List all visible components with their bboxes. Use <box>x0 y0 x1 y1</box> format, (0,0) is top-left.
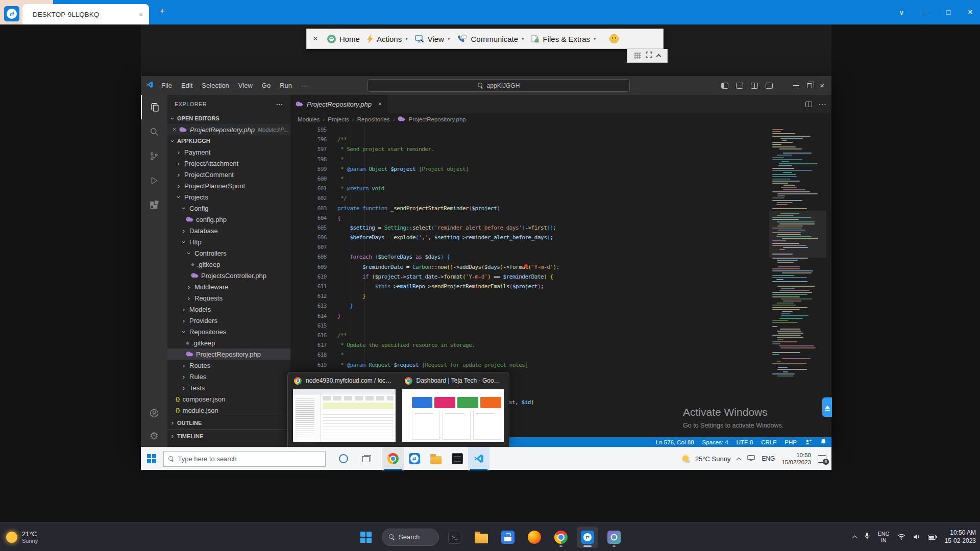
tree-item-tests[interactable]: ›Tests <box>167 382 290 393</box>
workspace-section[interactable]: › APPKIJGGH <box>167 135 290 146</box>
editor-more-icon[interactable]: ⋯ <box>818 99 826 109</box>
split-editor-icon[interactable] <box>805 102 812 107</box>
menu-edit[interactable]: Edit <box>177 76 197 95</box>
preview-thumbnail-dashboard[interactable] <box>401 389 505 442</box>
tree-item-projects[interactable]: ›Projects <box>167 191 290 203</box>
remote-taskbar-chrome-icon[interactable] <box>382 447 404 470</box>
toggle-secondary-sidebar-icon[interactable] <box>751 83 758 89</box>
remote-network-icon[interactable] <box>747 454 755 463</box>
tab-projectrepository[interactable]: ProjectRepository.php × <box>290 95 387 113</box>
new-session-button[interactable]: + <box>159 6 165 17</box>
remote-taskbar-darkapp-icon[interactable] <box>447 447 468 470</box>
status-item[interactable]: PHP <box>785 439 797 445</box>
host-taskbar-screenshot-icon[interactable] <box>603 527 625 548</box>
settings-gear-icon[interactable]: ⚙ <box>141 424 167 447</box>
toggle-panel-icon[interactable] <box>736 83 743 89</box>
cortana-icon[interactable] <box>339 454 348 463</box>
menu-[interactable]: ··· <box>297 76 312 95</box>
vscode-restore-icon[interactable] <box>807 83 812 88</box>
host-taskbar-teamviewer-icon[interactable]: ⇄ <box>577 527 598 548</box>
tree-item-middleware[interactable]: ›Middleware <box>167 281 290 292</box>
host-start-button[interactable] <box>355 527 377 548</box>
vscode-command-search[interactable]: appKIJGGH <box>368 79 630 92</box>
remote-clock[interactable]: 10:50 15/02/2023 <box>781 452 811 466</box>
close-session-icon[interactable]: × <box>313 34 318 44</box>
app-grid-icon[interactable] <box>634 53 641 59</box>
vscode-close-icon[interactable]: × <box>820 81 824 90</box>
tree-item-gitkeep[interactable]: ◆.gitkeep <box>167 337 290 348</box>
microphone-icon[interactable] <box>864 532 870 542</box>
search-view-icon[interactable] <box>141 119 167 144</box>
remote-indicator-icon[interactable] <box>805 439 812 446</box>
tree-item-projectrepositoryphp[interactable]: ProjectRepository.php <box>167 348 290 360</box>
host-taskbar-chrome-icon[interactable] <box>550 527 572 548</box>
wifi-icon[interactable] <box>897 533 905 542</box>
tree-item-rules[interactable]: ›Rules <box>167 371 290 382</box>
window-menu-icon[interactable]: ∨ <box>899 8 904 16</box>
run-debug-icon[interactable] <box>141 168 167 193</box>
window-maximize-icon[interactable]: □ <box>946 8 950 16</box>
source-control-icon[interactable] <box>141 144 167 168</box>
breadcrumb-item[interactable]: Modules <box>298 116 320 122</box>
host-language-indicator[interactable]: ENG IN <box>878 531 890 543</box>
tree-item-database[interactable]: ›Database <box>167 225 290 236</box>
preview-thumbnail-files[interactable] <box>292 389 396 442</box>
remote-taskbar-explorer-icon[interactable] <box>425 447 447 470</box>
menu-view[interactable]: View <box>234 76 257 95</box>
open-editor-item[interactable]: × ProjectRepository.php Modules\P... <box>167 124 290 135</box>
status-item[interactable]: Spaces: 4 <box>702 439 728 445</box>
toolbar-home-button[interactable]: Home <box>327 35 360 43</box>
session-tab-close-icon[interactable]: × <box>139 11 143 18</box>
remote-tray-chevron-icon[interactable] <box>737 457 742 462</box>
breadcrumb-item[interactable]: Repositories <box>357 116 390 122</box>
host-clock[interactable]: 10:50 AM 15-02-2023 <box>945 529 976 545</box>
tree-item-projectattachment[interactable]: ›ProjectAttachment <box>167 158 290 169</box>
teamviewer-panel-handle[interactable] <box>822 397 832 417</box>
timeline-section[interactable]: › TIMELINE <box>167 429 290 442</box>
toggle-sidebar-icon[interactable] <box>721 83 728 89</box>
outline-section[interactable]: › OUTLINE <box>167 416 290 429</box>
toolbar-actions-button[interactable]: Actions▾ <box>367 35 408 43</box>
tree-item-http[interactable]: ›Http <box>167 236 290 247</box>
remote-language-indicator[interactable]: ENG <box>762 455 775 462</box>
remote-start-button[interactable] <box>147 454 156 463</box>
host-taskbar-firefox-icon[interactable] <box>524 527 545 548</box>
menu-run[interactable]: Run <box>275 76 297 95</box>
tree-item-composerjson[interactable]: {}composer.json <box>167 393 290 405</box>
menu-file[interactable]: File <box>157 76 177 95</box>
remote-search-box[interactable]: Type here to search <box>163 451 326 467</box>
host-search-pill[interactable]: Search <box>382 529 439 546</box>
tree-item-providers[interactable]: ›Providers <box>167 315 290 326</box>
status-item[interactable]: CRLF <box>761 439 776 445</box>
breadcrumb-item[interactable]: Projects <box>328 116 349 122</box>
breadcrumb-item[interactable]: ProjectRepository.php <box>408 116 465 122</box>
tree-item-payment[interactable]: ›Payment <box>167 146 290 158</box>
extensions-icon[interactable] <box>141 193 167 217</box>
tree-item-projectcomment[interactable]: ›ProjectComment <box>167 169 290 180</box>
status-item[interactable]: Ln 576, Col 88 <box>656 439 694 445</box>
host-taskbar-terminal-icon[interactable]: >_ <box>444 527 465 548</box>
tree-item-modulejson[interactable]: {}module.json <box>167 405 290 416</box>
breadcrumb[interactable]: Modules›Projects›Repositories›ProjectRep… <box>290 113 831 125</box>
explorer-more-icon[interactable]: ⋯ <box>276 100 283 108</box>
tree-item-configphp[interactable]: config.php <box>167 214 290 225</box>
remote-taskbar-teamviewer-icon[interactable]: ⇄ <box>404 447 425 470</box>
open-editors-section[interactable]: › OPEN EDITORS <box>167 113 290 124</box>
battery-icon[interactable] <box>928 533 937 542</box>
tree-item-projectplannersprint[interactable]: ›ProjectPlannerSprint <box>167 180 290 191</box>
customize-layout-icon[interactable] <box>766 83 773 89</box>
tree-item-config[interactable]: ›Config <box>167 203 290 214</box>
remote-weather-text[interactable]: 25°C Sunny <box>695 455 731 463</box>
window-minimize-icon[interactable]: — <box>922 8 929 16</box>
feedback-smiley-icon[interactable] <box>609 34 619 43</box>
host-tray-chevron-icon[interactable] <box>852 536 857 541</box>
vscode-minimize-icon[interactable] <box>793 85 799 86</box>
toolbar-communicate-button[interactable]: Communicate▾ <box>457 35 524 43</box>
tree-item-models[interactable]: ›Models <box>167 304 290 315</box>
host-taskbar-explorer-icon[interactable] <box>471 527 492 548</box>
status-item[interactable]: UTF-8 <box>737 439 753 445</box>
volume-icon[interactable] <box>913 533 920 542</box>
fullscreen-icon[interactable] <box>646 51 652 60</box>
tree-item-gitkeep[interactable]: ◆.gitkeep <box>167 259 290 270</box>
close-editor-icon[interactable]: × <box>173 126 176 133</box>
